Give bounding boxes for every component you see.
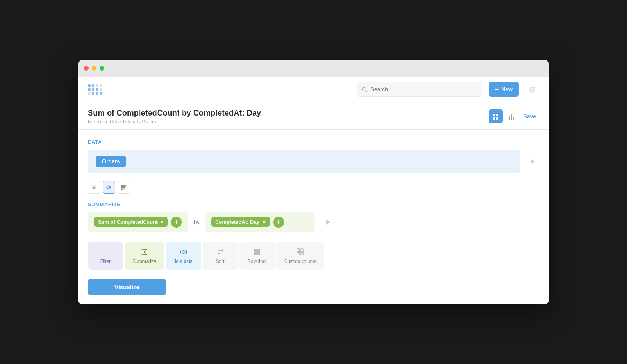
chart-icon (508, 113, 515, 120)
join-action-label: Join data (174, 259, 193, 264)
metric-box: Sum of CompletedCount ✕ + (88, 212, 188, 232)
summarize-action-button[interactable]: Summarize (125, 242, 164, 270)
sigma-icon (140, 247, 148, 256)
summarize-row: Sum of CompletedCount ✕ + by CompletedAt… (88, 212, 539, 232)
sort-action-button[interactable]: Sort (203, 242, 238, 270)
view-controls: Save (489, 109, 539, 123)
svg-marker-22 (326, 220, 330, 225)
svg-rect-3 (493, 114, 495, 116)
toggle-icon-button[interactable] (103, 181, 115, 194)
dimension-box: CompletedAt: Day ✕ + (205, 212, 315, 232)
dimension-tag-label: CompletedAt: Day (215, 219, 259, 225)
run-data-button[interactable] (525, 154, 539, 168)
table-view-button[interactable] (489, 109, 503, 123)
page-header: Sum of CompletedCount by CompletedAt: Da… (78, 102, 549, 130)
page-title-area: Sum of CompletedCount by CompletedAt: Da… (88, 109, 261, 125)
filter-action-icon (101, 247, 109, 256)
svg-rect-6 (496, 117, 498, 120)
svg-rect-7 (509, 116, 510, 120)
metric-tag-label: Sum of CompletedCount (98, 219, 158, 225)
dimension-remove-button[interactable]: ✕ (262, 219, 266, 225)
svg-rect-33 (254, 253, 260, 254)
new-button-label: New (501, 86, 513, 92)
save-button[interactable]: Save (520, 113, 539, 120)
search-input[interactable] (371, 86, 477, 92)
data-section-label: Data (88, 139, 539, 145)
plus-icon: + (495, 86, 499, 93)
close-dot[interactable] (84, 66, 89, 71)
svg-rect-16 (121, 185, 123, 186)
breadcrumb-current[interactable]: Orders (141, 119, 156, 125)
sort-action-label: Sort (216, 259, 225, 264)
join-action-button[interactable]: Join data (166, 242, 201, 270)
data-source-tag[interactable]: Orders (96, 156, 126, 167)
settings-button[interactable] (525, 82, 539, 96)
table-icon (493, 113, 499, 120)
data-section: Data Orders (88, 139, 539, 173)
svg-rect-9 (513, 117, 514, 120)
maximize-dot[interactable] (100, 66, 104, 71)
by-label: by (191, 219, 202, 225)
svg-rect-20 (123, 187, 125, 188)
action-icons-row (88, 181, 539, 194)
summarize-action-label: Summarize (132, 259, 156, 264)
customcolumn-action-button[interactable]: Custom column (276, 242, 324, 270)
metric-tag[interactable]: Sum of CompletedCount ✕ (94, 217, 168, 227)
svg-rect-19 (121, 187, 123, 188)
gear-icon (529, 85, 536, 94)
filter-icon-button[interactable] (88, 181, 100, 194)
breadcrumb: Metabase Cube Tutorial / Orders (88, 119, 261, 125)
svg-rect-4 (496, 114, 498, 116)
logo[interactable] (88, 84, 102, 95)
svg-rect-8 (511, 114, 512, 120)
rowlimit-action-label: Row limit (247, 259, 266, 264)
rowlimit-action-button[interactable]: Row limit (239, 242, 275, 270)
summarize-section-label: Summarize (88, 201, 539, 207)
svg-marker-10 (531, 159, 535, 164)
app-body: + New Sum of CompletedCount by Completed… (78, 77, 549, 304)
svg-rect-21 (121, 189, 123, 190)
new-button[interactable]: + New (489, 82, 519, 97)
visualize-button[interactable]: Visualize (88, 279, 166, 295)
svg-point-2 (531, 89, 533, 91)
add-dimension-button[interactable]: + (273, 217, 284, 228)
breadcrumb-separator: / (139, 119, 140, 125)
grid-icon-button[interactable] (118, 181, 130, 194)
search-bar[interactable] (357, 82, 482, 97)
join-icon (179, 247, 187, 256)
customcolumn-action-label: Custom column (284, 259, 317, 264)
svg-rect-34 (297, 249, 300, 252)
data-source-row: Orders (88, 150, 539, 173)
rowlimit-icon (253, 247, 261, 256)
dimension-tag[interactable]: CompletedAt: Day ✕ (211, 217, 270, 227)
add-metric-button[interactable]: + (171, 217, 182, 228)
navbar: + New (78, 77, 549, 102)
data-source-box: Orders (88, 150, 520, 173)
svg-rect-32 (254, 251, 260, 252)
svg-rect-35 (301, 249, 303, 252)
bottom-actions: Filter Summarize (88, 242, 539, 270)
svg-rect-36 (297, 252, 300, 255)
metric-remove-button[interactable]: ✕ (160, 219, 164, 225)
logo-icon (88, 84, 102, 95)
breadcrumb-parent[interactable]: Metabase Cube Tutorial (88, 119, 138, 125)
svg-point-15 (109, 186, 111, 188)
filter-action-button[interactable]: Filter (88, 242, 123, 270)
svg-rect-31 (254, 249, 260, 250)
svg-point-27 (183, 250, 187, 254)
sort-icon (216, 247, 224, 256)
svg-rect-5 (493, 117, 495, 120)
titlebar (78, 60, 549, 77)
svg-rect-17 (123, 185, 125, 186)
page-title: Sum of CompletedCount by CompletedAt: Da… (88, 109, 261, 118)
chart-view-button[interactable] (504, 109, 518, 123)
app-window: + New Sum of CompletedCount by Completed… (78, 60, 549, 304)
filter-action-label: Filter (100, 259, 111, 264)
run-summarize-button[interactable] (321, 215, 335, 229)
svg-rect-18 (125, 185, 126, 186)
svg-line-1 (366, 91, 367, 92)
customcolumn-icon (296, 247, 304, 256)
minimize-dot[interactable] (92, 66, 96, 71)
search-icon (362, 86, 368, 92)
summarize-section: Summarize Sum of CompletedCount ✕ + by C… (88, 201, 539, 232)
